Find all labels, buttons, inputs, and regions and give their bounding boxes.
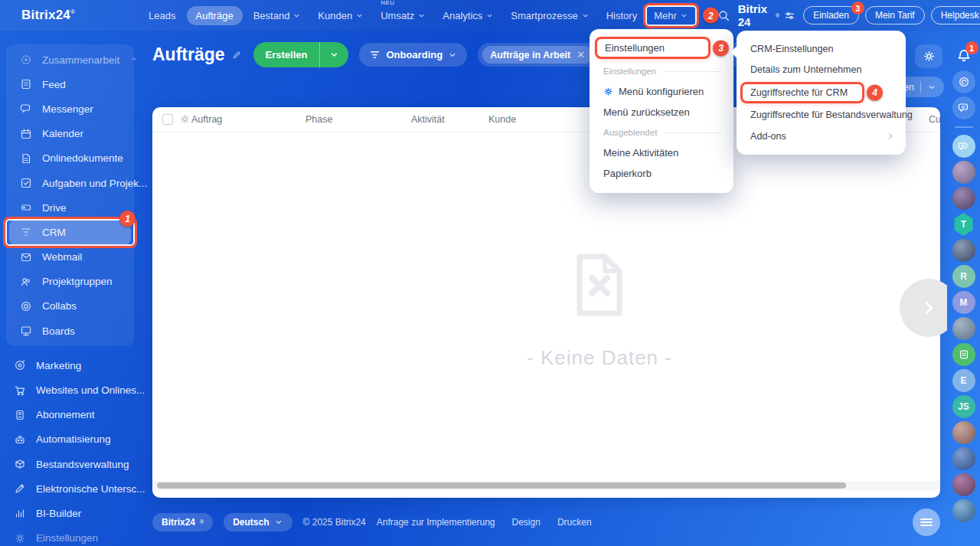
nav-item-mehr[interactable]: Mehr2	[648, 6, 694, 25]
sidebar-item-aufgaben-und-projek[interactable]: Aufgaben und Projek...	[6, 171, 134, 195]
sliders-icon[interactable]	[784, 10, 795, 21]
chevron-down-icon	[417, 11, 426, 20]
menu-item-einstellungen[interactable]: Einstellungen3	[595, 37, 710, 59]
rail-avatar-photo[interactable]	[952, 161, 975, 184]
nav-item-smartprozesse[interactable]: Smartprozesse	[505, 6, 595, 25]
search-icon[interactable]	[717, 9, 730, 22]
mein-tarif-button[interactable]: Mein Tarif	[865, 6, 925, 25]
sidebar-item-zusammenarbeit[interactable]: Zusammenarbeit	[6, 47, 134, 72]
sidebar-item-projektgruppen[interactable]: Projektgruppen	[6, 270, 134, 294]
rail-avatar-m[interactable]: M	[952, 291, 975, 314]
sidebar-item-webmail[interactable]: Webmail	[6, 245, 134, 270]
news-doc-icon[interactable]	[952, 343, 975, 366]
footer-link-anfrage-zur-implementierung[interactable]: Anfrage zur Implementierung	[377, 517, 495, 528]
rail-avatar-hex-t[interactable]: T	[952, 213, 975, 236]
annotation-badge: 4	[867, 84, 883, 100]
submenu-item-zugriffsrechte-für-bestandsverwaltung[interactable]: Zugriffsrechte für Bestandsverwaltung	[737, 105, 906, 126]
menu-item-papierkorb[interactable]: Papierkorb	[590, 163, 733, 184]
rail-avatar-photo[interactable]	[952, 447, 975, 470]
sidebar-item-marketing[interactable]: Marketing	[0, 353, 140, 378]
remove-filter-icon[interactable]: ✕	[577, 49, 585, 60]
rail-avatar-photo[interactable]	[952, 187, 975, 210]
nav-item-history[interactable]: History	[600, 6, 643, 25]
create-button-label: Erstellen	[253, 49, 320, 60]
sidebar-item-boards[interactable]: Boards	[6, 319, 134, 343]
expand-panel-button[interactable]	[900, 279, 947, 337]
filter-chip[interactable]: Aufträge in Arbeit ✕	[482, 46, 593, 64]
column-header-auftrag[interactable]: Auftrag	[191, 114, 222, 125]
neu-tag: NEU	[381, 0, 394, 6]
sidebar-item-crm[interactable]: CRM1	[9, 220, 131, 244]
footer-menu-button[interactable]	[913, 508, 940, 536]
orders-list-panel: AuftragPhaseAktivitätKundeCu - Keine Dat…	[152, 107, 940, 498]
notifications-bell-icon[interactable]: 1	[952, 44, 975, 67]
left-sidebar: ZusammenarbeitFeedMessengerKalenderOnlin…	[0, 31, 140, 546]
sidebar-item-einstellungen[interactable]: Einstellungen	[0, 526, 140, 546]
funnel-label: Onboarding	[386, 49, 443, 60]
chevron-down-icon	[485, 11, 494, 20]
nav-item-aufträge[interactable]: Aufträge	[187, 6, 243, 25]
nav-item-analytics[interactable]: Analytics	[436, 6, 500, 25]
menu-item-menü-zurücksetzen[interactable]: Menü zurücksetzen	[590, 102, 733, 123]
rail-avatar-r[interactable]: R	[952, 265, 975, 288]
footer-brand-badge[interactable]: Bitrix24®	[152, 513, 213, 531]
cart-icon	[14, 384, 26, 397]
create-dropdown-caret[interactable]	[320, 50, 348, 60]
create-button[interactable]: Erstellen	[253, 42, 349, 67]
horizontal-scrollbar-thumb[interactable]	[157, 482, 846, 489]
expand-panel-wrap	[900, 279, 947, 337]
chevron-down-icon	[927, 83, 936, 92]
funnel-icon	[20, 226, 32, 238]
sidebar-item-kalender[interactable]: Kalender	[6, 122, 134, 146]
nav-item-leads[interactable]: Leads	[142, 6, 181, 25]
footer-link-design[interactable]: Design	[512, 517, 541, 528]
page-title: Aufträge	[152, 44, 243, 65]
rail-avatar-photo[interactable]	[952, 499, 975, 522]
helpdesk-button[interactable]: Helpdesk	[931, 6, 980, 25]
submenu-item-details-zum-unternehmen[interactable]: Details zum Unternehmen	[737, 60, 906, 81]
settings-submenu: CRM-EinstellungenDetails zum Unternehmen…	[737, 31, 906, 155]
chat-bubble-icon[interactable]	[952, 135, 975, 158]
nav-item-umsatz[interactable]: NEUUmsatz	[374, 6, 432, 25]
sidebar-item-abonnement[interactable]: Abonnement	[0, 403, 140, 427]
sidebar-item-drive[interactable]: Drive	[6, 195, 134, 220]
sidebar-item-onlinedokumente[interactable]: Onlinedokumente	[6, 146, 134, 171]
column-header-cu[interactable]: Cu	[929, 114, 941, 125]
column-header-kunde[interactable]: Kunde	[488, 114, 516, 125]
sidebar-item-websites-und-onlines[interactable]: Websites und Onlines...	[0, 378, 140, 402]
column-header-aktivität[interactable]: Aktivität	[411, 114, 445, 125]
funnel-selector[interactable]: Onboarding	[359, 43, 467, 67]
sidebar-item-feed[interactable]: Feed	[6, 72, 134, 96]
nav-item-kunden[interactable]: Kunden	[312, 6, 370, 25]
footer-link-drucken[interactable]: Drucken	[557, 517, 592, 528]
sidebar-item-bestandsverwaltung[interactable]: Bestandsverwaltung	[0, 452, 140, 476]
edit-title-icon[interactable]	[231, 44, 243, 65]
table-settings-gear-icon[interactable]	[179, 113, 191, 128]
rail-avatar-photo[interactable]	[952, 317, 975, 340]
submenu-item-crm-einstellungen[interactable]: CRM-Einstellungen	[737, 38, 906, 60]
select-all-checkbox[interactable]	[162, 114, 173, 125]
rail-avatar-photo[interactable]	[952, 239, 975, 262]
sidebar-item-messenger[interactable]: Messenger	[6, 96, 134, 121]
nav-item-bestand[interactable]: Bestand	[247, 6, 308, 25]
view-settings-gear-button[interactable]	[915, 44, 942, 68]
sidebar-item-automatisierung[interactable]: Automatisierung	[0, 427, 140, 452]
language-selector[interactable]: Deutsch	[224, 513, 292, 531]
gear-icon	[603, 87, 613, 96]
rail-avatar-js[interactable]: JS	[952, 395, 975, 418]
chevron-down-icon	[292, 11, 301, 20]
sidebar-item-collabs[interactable]: Collabs	[6, 294, 134, 319]
sidebar-item-bi-builder[interactable]: BI-Builder	[0, 501, 140, 525]
einladen-button[interactable]: Einladen3	[803, 6, 859, 25]
sidebar-item-elektronische-untersc[interactable]: Elektronische Untersc...	[0, 476, 140, 501]
rail-avatar-e[interactable]: E	[952, 369, 975, 392]
copilot-icon[interactable]	[952, 70, 975, 93]
chat2-icon[interactable]	[952, 96, 975, 119]
rail-avatar-photo[interactable]	[952, 473, 975, 496]
menu-item-meine-aktivitäten[interactable]: Meine Aktivitäten	[590, 142, 733, 163]
submenu-item-zugriffsrechte-für-crm[interactable]: Zugriffsrechte für CRM4	[740, 82, 864, 103]
rail-avatar-photo[interactable]	[952, 421, 975, 444]
menu-item-menü-konfigurieren[interactable]: Menü konfigurieren	[590, 81, 733, 102]
column-header-phase[interactable]: Phase	[305, 114, 332, 125]
submenu-item-add-ons[interactable]: Add-ons	[737, 126, 906, 147]
